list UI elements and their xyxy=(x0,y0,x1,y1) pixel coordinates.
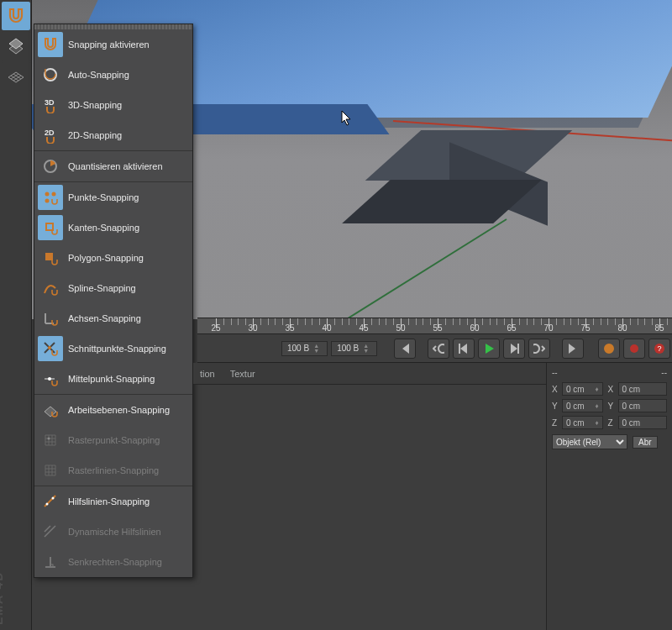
snap-item-gridline: Rasterlinien-Snapping xyxy=(34,455,192,486)
ruler-minor-tick xyxy=(231,318,232,325)
ruler-minor-tick xyxy=(533,318,534,325)
snap-item-enable[interactable]: Snapping aktivieren xyxy=(34,29,192,60)
svg-text:?: ? xyxy=(657,344,661,353)
ruler-minor-tick xyxy=(430,318,431,325)
attribute-tab-a[interactable]: tion xyxy=(200,369,215,379)
snapping-toggle-button[interactable] xyxy=(2,2,30,30)
snap-item-polygon[interactable]: Polygon-Snapping xyxy=(34,243,192,273)
coord-z2-field[interactable]: 0 cm xyxy=(618,416,668,429)
snapping-menu[interactable]: Snapping aktivierenAuto-Snapping3D3D-Sna… xyxy=(34,24,193,578)
attribute-tab-textur[interactable]: Textur xyxy=(230,369,255,379)
coord-y2-field[interactable]: 0 cm xyxy=(618,399,668,412)
mid-icon xyxy=(38,366,63,391)
coord-x-label: X xyxy=(552,385,562,394)
ruler-minor-tick xyxy=(423,318,423,325)
snap-item-axis[interactable]: Achsen-Snapping xyxy=(34,303,192,333)
svg-rect-16 xyxy=(517,344,519,354)
next-frame-button[interactable] xyxy=(503,339,525,359)
help-button[interactable]: ? xyxy=(648,339,670,359)
frame-end-b-field[interactable]: 100 B ▲▼ xyxy=(331,341,377,356)
ruler-minor-tick xyxy=(467,318,468,325)
snap-item-midpoint[interactable]: Mittelpunkt-Snapping xyxy=(34,364,192,394)
snap-item-label: Rasterlinien-Snapping xyxy=(68,465,186,475)
snap-item-label: Quantisieren aktivieren xyxy=(68,161,186,171)
prev-frame-button[interactable] xyxy=(453,339,475,359)
goto-end-button[interactable] xyxy=(562,339,584,359)
ruler-minor-tick xyxy=(408,318,409,325)
gridln-icon xyxy=(38,458,63,483)
snap-item-workplane[interactable]: Arbeitsebenen-Snapping xyxy=(34,395,192,425)
goto-start-icon xyxy=(399,344,411,354)
ruler-tick-label: 30 xyxy=(248,323,257,333)
ruler-tick-label: 25 xyxy=(211,323,220,333)
play-button[interactable] xyxy=(478,339,500,359)
ruler-minor-tick xyxy=(305,318,306,325)
coord-y2-label: Y xyxy=(608,402,618,411)
coord-z-value: 0 cm xyxy=(566,418,585,428)
snap-item-label: Kanten-Snapping xyxy=(68,223,186,233)
snap-item-intersect[interactable]: Schnittpunkte-Snapping xyxy=(34,333,192,364)
frame-end-a-value: 100 B xyxy=(287,344,309,353)
prev-key-button[interactable] xyxy=(428,339,449,359)
spinner-icon[interactable]: ▲▼ xyxy=(313,344,322,354)
snap-item-edge[interactable]: Kanten-Snapping xyxy=(34,213,192,243)
ruler-minor-tick xyxy=(615,318,616,325)
coord-y-value: 0 cm xyxy=(566,402,585,411)
prev-key-icon xyxy=(433,344,444,354)
svg-point-18 xyxy=(630,344,638,353)
prev-frame-icon xyxy=(459,344,469,354)
record-key-icon xyxy=(603,343,615,354)
grid-icon xyxy=(7,67,25,86)
ruler-tick-label: 70 xyxy=(543,323,553,333)
snap-item-guides[interactable]: Hilfslinien-Snapping xyxy=(34,486,192,517)
ruler-tick-label: 45 xyxy=(359,323,368,333)
spinner-icon[interactable]: ▲▼ xyxy=(363,344,371,354)
ruler-minor-tick xyxy=(356,318,357,325)
svg-text:2D: 2D xyxy=(45,129,55,137)
svg-point-11 xyxy=(48,438,50,440)
svg-point-6 xyxy=(45,199,50,203)
snap-item-spline[interactable]: Spline-Snapping xyxy=(34,273,192,303)
next-key-icon xyxy=(533,344,545,354)
next-key-button[interactable] xyxy=(528,339,550,359)
grid-button[interactable] xyxy=(2,62,30,91)
svg-point-9 xyxy=(48,346,51,349)
ruler-minor-tick xyxy=(527,318,528,325)
ruler-minor-tick xyxy=(453,318,454,325)
snap-item-point[interactable]: Punkte-Snapping xyxy=(34,182,192,213)
ruler-minor-tick xyxy=(652,318,653,325)
goto-start-button[interactable] xyxy=(394,339,416,359)
ruler-tick-label: 50 xyxy=(396,323,405,333)
quant-icon xyxy=(38,154,63,179)
ruler-minor-tick xyxy=(541,318,542,325)
autokey-button[interactable] xyxy=(623,339,645,359)
snap-item-2d[interactable]: 2D2D-Snapping xyxy=(34,120,192,150)
coord-z-field[interactable]: 0 cm♦ xyxy=(562,416,603,429)
coord-mode-select[interactable]: Objekt (Rel) xyxy=(552,434,627,449)
ruler-minor-tick xyxy=(570,318,571,325)
svg-rect-15 xyxy=(459,344,460,354)
coord-y-field[interactable]: 0 cm♦ xyxy=(562,399,603,412)
ruler-minor-tick xyxy=(379,318,380,325)
snap-item-perp: Senkrechten-Snapping xyxy=(34,547,192,577)
snap-item-quantize[interactable]: Quantisieren aktivieren xyxy=(34,151,192,181)
workplane-button[interactable] xyxy=(2,32,30,60)
next-frame-icon xyxy=(509,344,519,354)
ruler-minor-tick xyxy=(275,318,276,325)
record-key-button[interactable] xyxy=(598,339,620,359)
coord-apply-button[interactable]: Abr xyxy=(633,436,658,449)
intersect-icon xyxy=(38,336,63,361)
ruler-minor-tick xyxy=(393,318,394,325)
snap-item-auto[interactable]: Auto-Snapping xyxy=(34,60,192,90)
snap-item-gridpoint: Rasterpunkt-Snapping xyxy=(34,425,192,455)
snap-item-3d[interactable]: 3D3D-Snapping xyxy=(34,90,192,120)
autokey-icon xyxy=(628,343,640,354)
coord-x2-field[interactable]: 0 cm xyxy=(618,382,668,396)
coord-x-field[interactable]: 0 cm♦ xyxy=(562,382,603,396)
ruler-minor-tick xyxy=(564,318,564,325)
frame-end-a-field[interactable]: 100 B ▲▼ xyxy=(281,341,328,356)
svg-point-4 xyxy=(45,192,50,197)
snap-item-label: Spline-Snapping xyxy=(68,283,186,293)
timeline-ruler[interactable]: 25303540455055606570758085 xyxy=(197,318,672,334)
ruler-minor-tick xyxy=(593,318,594,325)
